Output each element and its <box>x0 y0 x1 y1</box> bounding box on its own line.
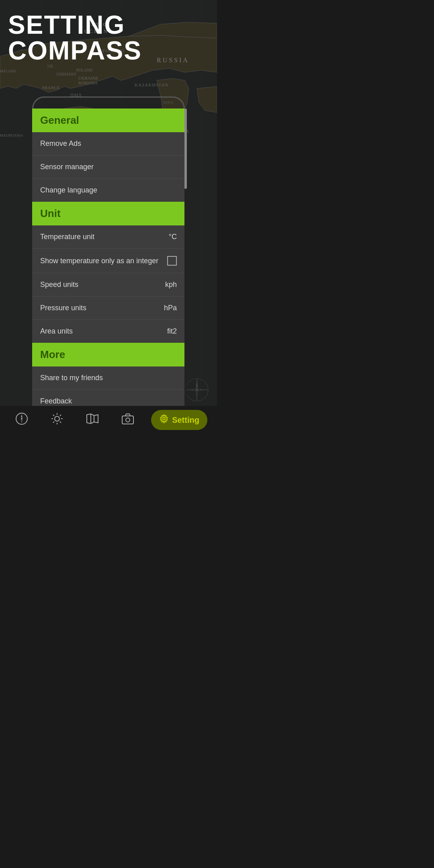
gear-icon <box>159 414 169 426</box>
svg-point-44 <box>21 418 23 420</box>
change-language-label: Change language <box>40 186 97 194</box>
svg-line-50 <box>53 415 54 416</box>
area-units-value: fit2 <box>167 327 177 336</box>
temperature-unit-item[interactable]: Temperature unit °C <box>32 225 185 249</box>
setting-nav-button[interactable]: Setting <box>151 410 207 430</box>
area-units-label: Area units <box>40 327 73 336</box>
area-units-item[interactable]: Area units fit2 <box>32 320 185 343</box>
sensor-manager-item[interactable]: Sensor manager <box>32 156 185 179</box>
more-settings-list: Share to my friends Feedback Love this a… <box>32 366 185 406</box>
share-friends-item[interactable]: Share to my friends <box>32 366 185 390</box>
svg-line-52 <box>60 415 61 416</box>
unit-section-label: Unit <box>40 207 61 219</box>
svg-point-58 <box>126 418 130 422</box>
map-nav-icon <box>86 412 99 428</box>
bottom-nav: Setting <box>0 406 217 434</box>
temperature-unit-value: °C <box>169 233 177 241</box>
general-section-label: General <box>40 114 79 126</box>
svg-text:GERMANY: GERMANY <box>56 72 77 76</box>
pressure-units-value: hPa <box>164 304 177 312</box>
show-temp-integer-checkbox[interactable] <box>167 256 177 266</box>
speed-units-value: kph <box>165 280 177 289</box>
svg-line-53 <box>53 422 54 423</box>
svg-text:UKRAINE: UKRAINE <box>78 76 98 80</box>
scrollbar-thumb[interactable] <box>184 108 187 189</box>
app-title-line2: COMPASS <box>8 38 142 63</box>
general-section-header: General <box>32 108 185 132</box>
svg-text:POLAND: POLAND <box>76 68 93 72</box>
svg-text:KAZAKHSTAN: KAZAKHSTAN <box>135 82 168 87</box>
remove-ads-item[interactable]: Remove Ads <box>32 132 185 156</box>
feedback-item[interactable]: Feedback <box>32 390 185 406</box>
remove-ads-label: Remove Ads <box>40 139 81 148</box>
show-temp-integer-label: Show temperature only as an integer <box>40 257 158 265</box>
temperature-unit-label: Temperature unit <box>40 233 94 241</box>
svg-marker-54 <box>87 414 98 424</box>
compass-nav-icon <box>15 412 28 428</box>
svg-point-36 <box>195 388 199 391</box>
svg-point-45 <box>55 416 59 421</box>
pressure-units-label: Pressure units <box>40 304 86 312</box>
camera-nav-item[interactable] <box>116 410 140 430</box>
feedback-label: Feedback <box>40 397 72 405</box>
show-temp-integer-item[interactable]: Show temperature only as an integer <box>32 249 185 273</box>
sensor-manager-label: Sensor manager <box>40 163 94 171</box>
scrollbar[interactable] <box>184 108 187 406</box>
more-section-label: More <box>40 348 65 360</box>
share-friends-label: Share to my friends <box>40 374 103 382</box>
setting-nav-label: Setting <box>172 416 199 425</box>
change-language-item[interactable]: Change language <box>32 179 185 202</box>
svg-line-51 <box>60 422 61 423</box>
svg-text:ROMANIA: ROMANIA <box>78 81 98 85</box>
svg-marker-43 <box>21 420 23 424</box>
map-nav-item[interactable] <box>80 410 104 430</box>
weather-nav-icon <box>51 412 63 428</box>
app-title-line1: SETTING <box>8 12 142 38</box>
general-settings-list: Remove Ads Sensor manager Change languag… <box>32 132 185 202</box>
compass-nav-item[interactable] <box>10 410 34 430</box>
svg-text:IRELAND: IRELAND <box>0 69 16 73</box>
weather-nav-item[interactable] <box>45 410 69 430</box>
compass-rose-decoration <box>185 378 209 402</box>
content-panel: General Remove Ads Sensor manager Change… <box>32 108 185 406</box>
speed-units-item[interactable]: Speed units kph <box>32 273 185 297</box>
svg-rect-57 <box>122 416 133 424</box>
more-section-header: More <box>32 343 185 366</box>
svg-point-59 <box>163 418 165 420</box>
svg-text:RUSSIA: RUSSIA <box>157 57 189 63</box>
pressure-units-item[interactable]: Pressure units hPa <box>32 297 185 320</box>
unit-section-header: Unit <box>32 202 185 225</box>
unit-settings-list: Temperature unit °C Show temperature onl… <box>32 225 185 343</box>
svg-text:FRANCE: FRANCE <box>42 85 60 90</box>
svg-text:MAURITANIA: MAURITANIA <box>0 133 23 137</box>
svg-marker-42 <box>21 414 23 418</box>
title-section: SETTING COMPASS <box>8 12 142 63</box>
speed-units-label: Speed units <box>40 280 78 289</box>
camera-nav-icon <box>121 412 134 428</box>
